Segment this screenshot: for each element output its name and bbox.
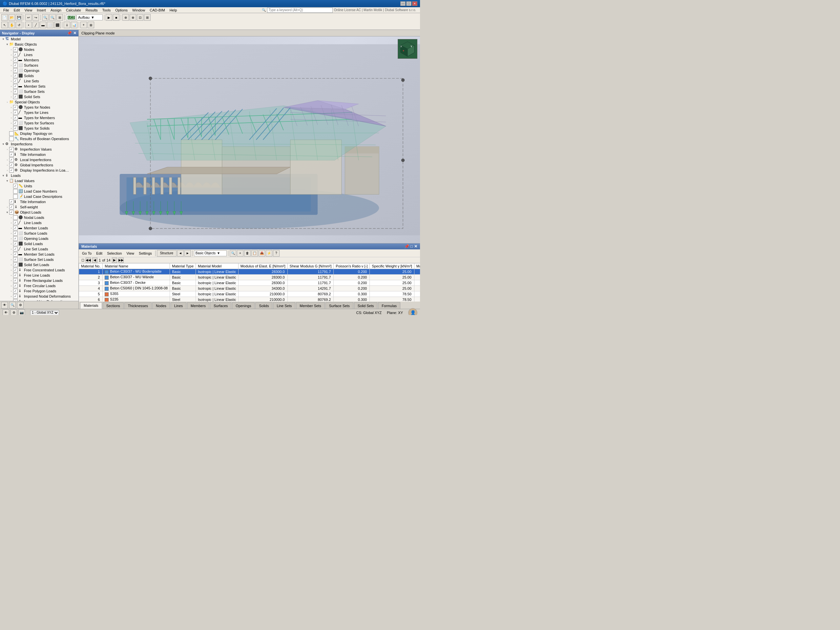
tree-checkbox[interactable]	[13, 215, 18, 220]
user-avatar[interactable]: 👤	[408, 308, 417, 315]
tree-item-line-loads[interactable]: › ╱ Line Loads	[0, 220, 79, 226]
tree-item-line-sets[interactable]: › ╱ Line Sets	[0, 79, 79, 84]
tree-checkbox[interactable]	[9, 131, 14, 136]
snap-btn[interactable]: ⌖	[81, 22, 87, 28]
stop-btn[interactable]: ■	[113, 14, 120, 21]
render-btn[interactable]: ▶	[106, 14, 112, 21]
menu-help[interactable]: Help	[168, 7, 179, 13]
settings-menu[interactable]: Settings	[137, 250, 154, 257]
tree-checkbox[interactable]	[13, 58, 18, 62]
tree-checkbox[interactable]	[13, 110, 18, 115]
table-row[interactable]: 6 S235 Steel Isotropic | Linear Elastic …	[79, 297, 420, 302]
panel-maximize-btn[interactable]: □	[411, 244, 413, 249]
tree-checkbox[interactable]	[13, 242, 18, 246]
tree-item-nodal-loads[interactable]: › ⚫ Nodal Loads	[0, 215, 79, 220]
tree-checkbox[interactable]	[13, 74, 18, 78]
copy-btn[interactable]: 📋	[251, 250, 258, 257]
new-button[interactable]: 📄	[1, 14, 8, 21]
panel-close-btn[interactable]: ✕	[414, 244, 417, 249]
view-btn-2[interactable]: ⊗	[129, 14, 136, 21]
tree-checkbox[interactable]	[13, 257, 18, 262]
tree-checkbox[interactable]	[13, 284, 18, 288]
tree-item-member-sets[interactable]: › ▬ Member Sets	[0, 84, 79, 89]
close-button[interactable]: ✕	[412, 1, 417, 6]
result-btn[interactable]: 📊	[71, 22, 77, 28]
nav-close-btn[interactable]: ✕	[73, 31, 76, 35]
tree-checkbox[interactable]	[9, 158, 14, 162]
tree-item-imposed-nodal[interactable]: › ⇓ Imposed Nodal Deformations	[0, 294, 79, 299]
undo-button[interactable]: ↩	[25, 14, 32, 21]
tree-checkbox[interactable]	[9, 199, 14, 204]
menu-insert[interactable]: Insert	[35, 7, 48, 13]
goto-menu[interactable]: Go To	[80, 250, 93, 257]
rotate-btn[interactable]: ↺	[16, 22, 22, 28]
select-btn[interactable]: ↖	[1, 22, 8, 28]
tree-item-types-nodes[interactable]: › ⚫ Types for Nodes	[0, 105, 79, 110]
tree-item-display-topology[interactable]: 📐 Display Topology on	[0, 131, 79, 136]
nav-view-btn[interactable]: 👁	[1, 302, 8, 308]
tree-item-openings[interactable]: › ⬜ Openings	[0, 68, 79, 73]
table-row[interactable]: 2 Beton C30/37 - WU Wände Basic Isotropi…	[79, 275, 420, 280]
tree-checkbox[interactable]	[13, 47, 18, 52]
prev-btn[interactable]: ◄	[177, 250, 184, 257]
table-row[interactable]: 5 S355 Steel Isotropic | Linear Elastic …	[79, 291, 420, 297]
table-row[interactable]: 1 Beton C30/37 - WU Bodenplatte Basic Is…	[79, 269, 420, 275]
tree-item-model[interactable]: ▼ 🏗 Model	[0, 36, 79, 42]
view-btn-1[interactable]: ⊕	[122, 14, 129, 21]
surface-btn[interactable]: ⬜	[47, 22, 54, 28]
line-btn[interactable]: ╱	[33, 22, 39, 28]
navigation-cube[interactable]: + Y X	[398, 39, 417, 59]
tree-item-types-lines[interactable]: › ╱ Types for Lines	[0, 110, 79, 115]
table-row[interactable]: 4 Beton C50/60 | DIN 1045-1:2008-08 Basi…	[79, 286, 420, 291]
tree-item-free-rect-loads[interactable]: › ⇓ Free Rectangular Loads	[0, 278, 79, 283]
tree-checkbox[interactable]	[13, 105, 18, 110]
tree-item-types-members[interactable]: › ▬ Types for Members	[0, 115, 79, 120]
view-btn-3[interactable]: ⊡	[137, 14, 144, 21]
tree-item-types-solids[interactable]: › ⬛ Types for Solids	[0, 126, 79, 131]
tree-item-load-case-numbers[interactable]: 🔢 Load Case Numbers	[0, 189, 79, 194]
redo-button[interactable]: ↪	[33, 14, 39, 21]
panel-pin-btn[interactable]: 📌	[404, 244, 409, 249]
menu-window[interactable]: Window	[130, 7, 147, 13]
tree-item-solid-sets[interactable]: › ⬛ Solid Sets	[0, 94, 79, 99]
tree-item-solids[interactable]: › ⬛ Solids	[0, 73, 79, 79]
export-btn[interactable]: 📤	[259, 250, 265, 257]
tree-checkbox[interactable]	[13, 252, 18, 257]
zoom-all-btn[interactable]: ⊞	[57, 14, 63, 21]
add-btn[interactable]: +	[237, 250, 243, 257]
node-btn[interactable]: •	[25, 22, 32, 28]
tree-item-surfaces[interactable]: › ⬜ Surfaces	[0, 63, 79, 68]
tree-checkbox[interactable]	[13, 52, 18, 57]
menu-cad-bim[interactable]: CAD-BIM	[148, 7, 167, 13]
tree-checkbox[interactable]	[13, 84, 18, 88]
view-btn-4[interactable]: ⊞	[144, 14, 151, 21]
tree-checkbox[interactable]	[9, 136, 14, 141]
tree-checkbox[interactable]	[13, 121, 18, 125]
minimize-button[interactable]: —	[400, 1, 406, 6]
maximize-button[interactable]: □	[406, 1, 412, 6]
tree-item-free-circ-loads[interactable]: › ⇓ Free Circular Loads	[0, 283, 79, 289]
tree-checkbox[interactable]	[13, 89, 18, 94]
selection-menu[interactable]: Selection	[105, 250, 124, 257]
tree-item-load-case-desc[interactable]: 📝 Load Case Descriptions	[0, 194, 79, 199]
nav-settings-btn[interactable]: ⚙	[17, 302, 24, 308]
load-btn[interactable]: ⇓	[64, 22, 70, 28]
tree-item-global-imperfections[interactable]: › ⚙ Global Imperfections	[0, 163, 79, 168]
nav-pin-btn[interactable]: 📌	[67, 31, 72, 35]
menu-options[interactable]: Options	[113, 7, 129, 13]
status-3d-btn[interactable]: ⚙	[11, 309, 17, 315]
tree-item-loads[interactable]: ▼ ⇓ Loads	[0, 173, 79, 178]
tree-checkbox[interactable]	[13, 79, 18, 83]
tree-item-member-set-loads[interactable]: › ▬ Member Set Loads	[0, 252, 79, 257]
lc-dropdown[interactable]: LC2	[66, 14, 76, 21]
tree-item-surface-sets[interactable]: › ⬜ Surface Sets	[0, 89, 79, 94]
tree-checkbox[interactable]	[13, 231, 18, 235]
tree-item-imperfection-values[interactable]: › ⚙ Imperfection Values	[0, 147, 79, 152]
tree-checkbox[interactable]	[9, 168, 14, 172]
tree-item-free-line-loads[interactable]: › ⇓ Free Line Loads	[0, 273, 79, 278]
tree-item-free-poly-loads[interactable]: › ⇓ Free Polygon Loads	[0, 289, 79, 294]
grid-btn[interactable]: ⊞	[88, 22, 94, 28]
filter-btn[interactable]: ⚡	[266, 250, 272, 257]
tree-checkbox[interactable]	[13, 189, 18, 194]
aufbau-dropdown[interactable]: Aufbau ▼	[76, 14, 103, 21]
